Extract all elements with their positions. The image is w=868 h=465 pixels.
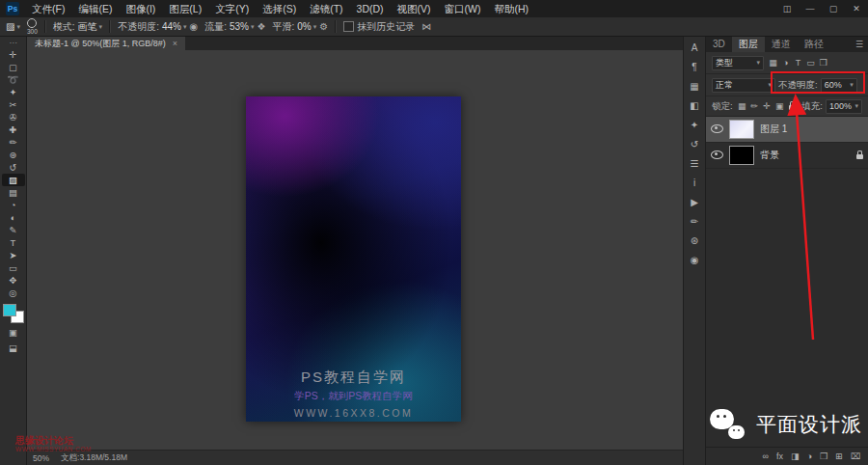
- filter-shape-layers-icon[interactable]: ▭: [804, 58, 817, 68]
- menubar-item-6[interactable]: 选择(S): [256, 0, 303, 17]
- layer-filter-kind-dropdown[interactable]: 类型: [712, 56, 764, 70]
- filter-type-layers-icon[interactable]: T: [792, 58, 804, 68]
- menubar-item-11[interactable]: 帮助(H): [488, 0, 536, 17]
- history-panel-icon[interactable]: ↺: [691, 139, 698, 150]
- clone-stamp-tool[interactable]: ⊛: [2, 149, 25, 161]
- zoom-tool[interactable]: ◎: [2, 287, 25, 299]
- menubar-item-7[interactable]: 滤镜(T): [303, 0, 349, 17]
- link-layers-icon[interactable]: ∞: [763, 448, 769, 465]
- character-panel-icon[interactable]: A: [692, 42, 698, 54]
- actions-panel-icon[interactable]: ▶: [691, 197, 698, 208]
- lock-transparent-pixels-icon[interactable]: ▦: [736, 101, 748, 112]
- adjustment-layer-icon[interactable]: ◑: [807, 448, 812, 465]
- new-layer-icon[interactable]: ⊞: [835, 448, 843, 465]
- crop-tool[interactable]: ✂: [2, 98, 25, 111]
- layer-thumbnail[interactable]: [729, 146, 754, 165]
- foreground-color-swatch[interactable]: [3, 304, 16, 316]
- eyedropper-tool[interactable]: ✇: [2, 111, 25, 123]
- layer-thumbnail[interactable]: [729, 120, 754, 139]
- filter-pixel-layers-icon[interactable]: ▦: [767, 58, 779, 68]
- maximize-button[interactable]: ▢: [822, 0, 845, 17]
- document-canvas[interactable]: PS教程自学网 学PS，就到PS教程自学网 WWW.16XX8.COM: [246, 96, 461, 422]
- menubar-item-3[interactable]: 图像(I): [119, 0, 162, 17]
- blend-mode-dropdown[interactable]: 正常: [712, 78, 775, 93]
- panel-tab-3[interactable]: 通道: [765, 37, 798, 52]
- mode-dropdown[interactable]: 画笔: [78, 20, 103, 34]
- opacity-label: 不透明度:: [118, 20, 159, 34]
- lasso-tool[interactable]: ➰: [2, 73, 25, 86]
- filter-smart-objects-icon[interactable]: ❒: [817, 58, 829, 68]
- new-group-icon[interactable]: ❒: [820, 448, 827, 465]
- document-tab[interactable]: 未标题-1 @ 50%(图层 1, RGB/8#) ×: [27, 37, 185, 50]
- visibility-toggle[interactable]: [711, 124, 723, 135]
- menubar-item-8[interactable]: 3D(D): [350, 0, 391, 17]
- layer-row-1[interactable]: 图层 1: [706, 117, 868, 143]
- tab-close-icon[interactable]: ×: [173, 37, 177, 50]
- marquee-tool[interactable]: ▢: [2, 61, 25, 73]
- panel-tab-1[interactable]: 3D: [706, 37, 732, 52]
- pen-tool[interactable]: ✎: [2, 224, 25, 236]
- flow-dropdown[interactable]: 53%: [230, 21, 255, 32]
- zoom-level-field[interactable]: 50%: [33, 453, 49, 463]
- dodge-tool[interactable]: ◐: [2, 211, 25, 224]
- quick-selection-tool[interactable]: ✦: [2, 86, 25, 98]
- erase-to-history-checkbox[interactable]: [343, 21, 354, 32]
- lock-all-icon[interactable]: [786, 101, 799, 112]
- eraser-tool[interactable]: ▨: [2, 174, 25, 186]
- fill-dropdown[interactable]: 100%: [826, 99, 862, 114]
- pressure-opacity-icon[interactable]: ◉: [189, 21, 198, 32]
- menubar-item-1[interactable]: 文件(F): [25, 0, 71, 17]
- gradient-tool[interactable]: ▤: [2, 186, 25, 199]
- airbrush-icon[interactable]: ❖: [257, 21, 265, 32]
- workspace-switcher-icon[interactable]: ◫: [775, 0, 799, 17]
- path-selection-tool[interactable]: ➤: [2, 249, 25, 261]
- visibility-toggle[interactable]: [711, 150, 723, 161]
- type-tool[interactable]: T: [2, 236, 25, 249]
- brush-settings-panel-icon[interactable]: ✏: [691, 216, 698, 228]
- brush-tool[interactable]: ✏: [2, 136, 25, 149]
- adjustments-panel-icon[interactable]: ◧: [690, 100, 698, 112]
- layer-mask-icon[interactable]: ◨: [791, 448, 800, 465]
- tool-preset-picker[interactable]: ▨: [6, 21, 20, 32]
- lock-position-icon[interactable]: ✛: [761, 101, 773, 112]
- menubar-item-4[interactable]: 图层(L): [162, 0, 208, 17]
- info-panel-icon[interactable]: i: [693, 178, 695, 189]
- delete-layer-icon[interactable]: ⌧: [851, 448, 860, 465]
- minimize-button[interactable]: —: [799, 0, 822, 17]
- layer-opacity-dropdown[interactable]: 60%: [821, 78, 857, 93]
- lights-panel-icon[interactable]: ◉: [691, 255, 699, 266]
- brush-preset-picker[interactable]: 300: [27, 18, 38, 36]
- panel-tab-2[interactable]: 图层: [732, 37, 765, 52]
- screen-mode-icon[interactable]: ⬓: [2, 342, 25, 354]
- quick-mask-icon[interactable]: ▣: [2, 326, 25, 339]
- properties-panel-icon[interactable]: ☰: [691, 158, 699, 170]
- filter-adjustment-layers-icon[interactable]: ◑: [779, 58, 792, 68]
- clone-source-panel-icon[interactable]: ⊛: [691, 235, 698, 247]
- move-tool[interactable]: ✛: [2, 48, 25, 61]
- close-button[interactable]: ✕: [845, 0, 868, 17]
- menubar-item-5[interactable]: 文字(Y): [208, 0, 256, 17]
- menubar-item-10[interactable]: 窗口(W): [438, 0, 488, 17]
- swatches-panel-icon[interactable]: ▦: [690, 81, 698, 93]
- smoothing-dropdown[interactable]: 0%: [297, 21, 316, 32]
- panel-tab-4[interactable]: 路径: [798, 37, 830, 52]
- opacity-dropdown[interactable]: 44%: [162, 21, 187, 32]
- menubar-item-9[interactable]: 视图(V): [391, 0, 438, 17]
- panel-menu-icon[interactable]: ☰: [851, 37, 868, 52]
- shape-tool[interactable]: ▭: [2, 261, 25, 274]
- toolbar-options-icon[interactable]: ⋯: [10, 39, 17, 48]
- blur-tool[interactable]: ◔: [2, 199, 25, 211]
- layer-style-icon[interactable]: fx: [776, 448, 783, 465]
- paint-symmetry-icon[interactable]: ⋈: [421, 21, 431, 32]
- healing-brush-tool[interactable]: ✚: [2, 123, 25, 136]
- styles-panel-icon[interactable]: ✦: [691, 120, 698, 131]
- history-brush-tool[interactable]: ↺: [2, 161, 25, 174]
- paragraph-panel-icon[interactable]: ¶: [692, 62, 696, 73]
- layer-row-2[interactable]: 背景: [706, 143, 868, 169]
- lock-artboard-icon[interactable]: ▣: [773, 101, 786, 112]
- lock-image-pixels-icon[interactable]: ✏: [748, 101, 761, 112]
- hand-tool[interactable]: ✥: [2, 274, 25, 287]
- smoothing-gear-icon[interactable]: ⚙: [319, 21, 328, 32]
- menubar-item-2[interactable]: 编辑(E): [71, 0, 119, 17]
- layer-filter-row: 类型 ▦◑T▭❒: [706, 52, 868, 74]
